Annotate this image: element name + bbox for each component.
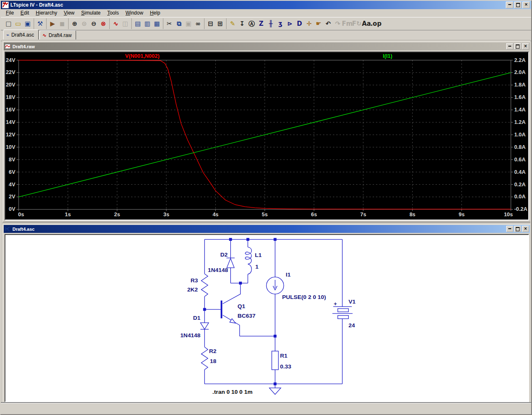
spice-directive-button[interactable]: .op bbox=[371, 19, 381, 28]
label-r1-ref[interactable]: R1 bbox=[280, 353, 288, 359]
menu-hierarchy[interactable]: Hierarchy bbox=[32, 10, 60, 17]
label-i1-value[interactable]: PULSE(0 2 0 10) bbox=[282, 294, 326, 300]
menu-window[interactable]: Window bbox=[122, 10, 147, 17]
menu-help[interactable]: Help bbox=[147, 10, 164, 17]
zoom-full-extents-button[interactable]: ⊗ bbox=[99, 19, 108, 28]
trace-label[interactable]: I(I1) bbox=[383, 53, 392, 59]
undo-button[interactable]: ↶ bbox=[323, 19, 333, 28]
control-panel-button[interactable]: ⚒ bbox=[35, 19, 45, 28]
label-l1-value[interactable]: 1 bbox=[255, 264, 259, 270]
place-resistor-button[interactable]: Z bbox=[256, 19, 266, 28]
label-r3-ref[interactable]: R3 bbox=[190, 277, 198, 284]
current-source-i1-arrow bbox=[273, 280, 277, 290]
print-preview-icon: ⊞ bbox=[217, 21, 223, 27]
halt-simulation-icon: ◼ bbox=[59, 21, 64, 27]
inductor-l1-symbol[interactable] bbox=[245, 247, 251, 274]
label-r2-ref[interactable]: R2 bbox=[209, 348, 217, 354]
place-text-button[interactable]: Aa bbox=[362, 19, 371, 28]
menu-file[interactable]: File bbox=[2, 10, 17, 17]
label-d2-ref[interactable]: D2 bbox=[220, 252, 228, 258]
ground-symbol[interactable] bbox=[269, 384, 281, 394]
waveform-window-title: Draft4.raw bbox=[12, 44, 506, 49]
copy-button[interactable]: ⧉ bbox=[174, 19, 184, 28]
close-icon[interactable]: × bbox=[522, 43, 529, 49]
maximize-icon[interactable] bbox=[514, 226, 521, 232]
place-capacitor-button[interactable]: ╫ bbox=[266, 19, 276, 28]
maximize-icon[interactable] bbox=[514, 43, 521, 49]
mdi-area: Draft4.raw × 24V22V20V18V16V14V12V10V8V6… bbox=[2, 40, 530, 403]
menu-simulate[interactable]: Simulate bbox=[78, 10, 104, 17]
print-preview-button[interactable]: ⊞ bbox=[215, 19, 225, 28]
print-button[interactable]: ⊟ bbox=[206, 19, 215, 28]
place-net-label-icon: Ⓐ bbox=[249, 21, 255, 27]
label-l1-ref[interactable]: L1 bbox=[255, 252, 262, 258]
battery-v1-cell2 bbox=[338, 316, 349, 319]
label-r1-value[interactable]: 0.33 bbox=[280, 363, 291, 370]
label-r3-value[interactable]: 2K2 bbox=[187, 287, 198, 293]
y-right-tick-label: 0.6A bbox=[514, 156, 525, 163]
resistor-r3-symbol[interactable] bbox=[201, 274, 208, 296]
cut-button[interactable]: ✂ bbox=[165, 19, 174, 28]
label-d1-value[interactable]: 1N4148 bbox=[180, 332, 201, 338]
place-diode-button[interactable]: ⊳ bbox=[285, 19, 295, 28]
draw-wire-button[interactable]: ✎ bbox=[228, 19, 237, 28]
label-v1-value[interactable]: 24 bbox=[348, 322, 355, 329]
tile-horizontally-button[interactable]: ▤ bbox=[133, 19, 143, 28]
open-file-button[interactable]: ▭ bbox=[13, 19, 23, 28]
minimize-icon[interactable] bbox=[506, 2, 513, 8]
y-left-tick-label: 10V bbox=[6, 144, 15, 150]
tab-label: Draft4.raw bbox=[49, 32, 71, 38]
label-v1-ref[interactable]: V1 bbox=[348, 299, 355, 305]
menu-view[interactable]: View bbox=[60, 10, 78, 17]
status-bar bbox=[1, 403, 531, 414]
diode-d2-symbol[interactable] bbox=[227, 240, 235, 283]
waveform-pane-button[interactable]: ∿ bbox=[111, 19, 121, 28]
menu-edit[interactable]: Edit bbox=[17, 10, 32, 17]
tile-vertically-button[interactable]: ▥ bbox=[143, 19, 152, 28]
y-right-tick-label: -0.2A bbox=[514, 206, 527, 212]
trace-label[interactable]: V(N001,N002) bbox=[125, 53, 160, 59]
restore-icon[interactable] bbox=[514, 2, 522, 8]
title-bar: LTspice IV - Draft4.asc × bbox=[1, 1, 531, 9]
resistor-r1-symbol[interactable] bbox=[272, 351, 278, 370]
place-component-button[interactable]: D bbox=[295, 19, 304, 28]
place-net-label-button[interactable]: Ⓐ bbox=[247, 19, 256, 28]
schematic-window-titlebar[interactable]: Draft4.asc × bbox=[4, 225, 530, 233]
zoom-out-button[interactable]: ⊖ bbox=[89, 19, 99, 28]
spice-directive-text[interactable]: .tran 0 10 0 1m bbox=[212, 389, 252, 395]
battery-v1-cell1 bbox=[338, 309, 349, 312]
resistor-r2-symbol[interactable] bbox=[201, 347, 208, 370]
tab-draft4.asc[interactable]: ⌁Draft4.asc bbox=[3, 30, 39, 41]
place-text-icon: Aa bbox=[362, 21, 371, 27]
label-d1-ref[interactable]: D1 bbox=[193, 315, 200, 321]
waveform-plot-area[interactable]: 24V22V20V18V16V14V12V10V8V6V4V2V0V2.2A2.… bbox=[5, 52, 529, 220]
tile-vertically-icon: ▥ bbox=[144, 21, 150, 27]
label-d2-value[interactable]: 1N4148 bbox=[208, 267, 228, 273]
y-right-tick-label: 1.2A bbox=[514, 119, 525, 125]
place-ground-icon: ↧ bbox=[239, 21, 245, 27]
label-r2-value[interactable]: 18 bbox=[210, 358, 217, 364]
diode-d1-symbol[interactable] bbox=[200, 323, 209, 329]
find-button[interactable]: ∞ bbox=[193, 19, 203, 28]
drag-button[interactable]: ☛ bbox=[314, 19, 323, 28]
minimize-icon[interactable] bbox=[506, 226, 513, 232]
place-ground-button[interactable]: ↧ bbox=[237, 19, 247, 28]
label-q1-value[interactable]: BC637 bbox=[238, 313, 256, 319]
schematic-canvas[interactable]: D2 1N4148 L1 1 R3 2K2 Q1 BC637 D1 1N4148… bbox=[5, 234, 529, 402]
minimize-icon[interactable] bbox=[506, 43, 513, 49]
label-i1-ref[interactable]: I1 bbox=[286, 272, 291, 278]
label-q1-ref[interactable]: Q1 bbox=[238, 303, 246, 309]
close-icon[interactable]: × bbox=[522, 226, 529, 232]
waveform-window-titlebar[interactable]: Draft4.raw × bbox=[4, 42, 530, 50]
new-schematic-button[interactable]: □ bbox=[4, 19, 13, 28]
run-simulation-button[interactable]: ▶ bbox=[48, 19, 57, 28]
menu-tools[interactable]: Tools bbox=[104, 10, 122, 17]
place-inductor-button[interactable]: ʒ bbox=[276, 19, 285, 28]
cascade-windows-button[interactable]: ▦ bbox=[152, 19, 162, 28]
save-button[interactable]: ▣ bbox=[23, 19, 32, 28]
zoom-in-button[interactable]: ⊕ bbox=[70, 19, 79, 28]
run-simulation-icon: ▶ bbox=[50, 21, 55, 27]
place-capacitor-icon: ╫ bbox=[269, 21, 273, 27]
move-button[interactable]: ✛ bbox=[304, 19, 314, 28]
close-icon[interactable]: × bbox=[522, 2, 530, 8]
